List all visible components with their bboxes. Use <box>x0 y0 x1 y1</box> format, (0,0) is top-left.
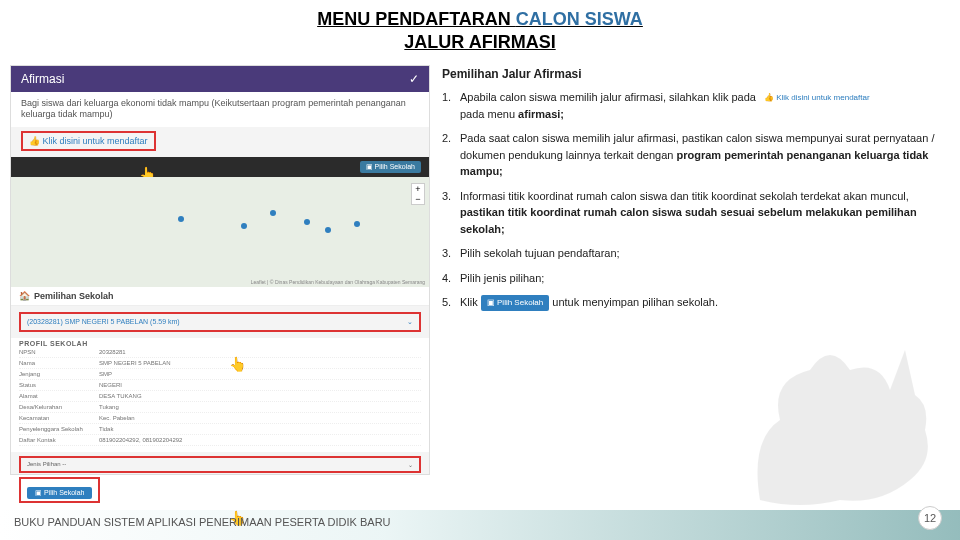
map[interactable]: +− Leaflet | © Dinas Pendidikan Kebudaya… <box>11 177 429 287</box>
toolbar: ▣ Pilih Sekolah <box>11 157 429 177</box>
map-marker[interactable] <box>354 221 360 227</box>
page-title: MENU PENDAFTARAN CALON SISWA JALUR AFIRM… <box>0 8 960 55</box>
instruction-step: 3. Pilih sekolah tujuan pendaftaran; <box>442 245 950 262</box>
page-number: 12 <box>918 506 942 530</box>
school-option[interactable]: (20328281) SMP NEGERI 5 PABELAN (5.59 km… <box>19 312 421 332</box>
instructions: Pemilihan Jalur Afirmasi 1. Apabila calo… <box>442 65 950 475</box>
table-row: Daftar Kontak081902204292, 081902204292 <box>19 435 421 446</box>
chevron-down-icon: ⌄ <box>408 461 413 468</box>
table-row: Desa/KelurahanTukang <box>19 402 421 413</box>
profile-header: PROFIL SEKOLAH <box>19 340 421 347</box>
instruction-step: 3. Informasi titik koordinat rumah calon… <box>442 188 950 238</box>
afirmasi-title: Afirmasi <box>21 72 64 86</box>
pilih-sekolah-button[interactable]: ▣ Pilih Sekolah <box>27 487 92 499</box>
content-area: Afirmasi ✓ Bagi siswa dari keluarga ekon… <box>0 65 960 475</box>
check-icon: ✓ <box>409 72 419 86</box>
afirmasi-header: Afirmasi ✓ <box>11 66 429 92</box>
table-row: NamaSMP NEGERI 5 PABELAN <box>19 358 421 369</box>
instructions-header: Pemilihan Jalur Afirmasi <box>442 65 950 83</box>
map-marker[interactable] <box>270 210 276 216</box>
jenis-pilihan-select[interactable]: Jenis Pilihan --⌄ <box>19 456 421 473</box>
app-screenshot: Afirmasi ✓ Bagi siswa dari keluarga ekon… <box>10 65 430 475</box>
pilih-sekolah-inline-button: ▣ Pilih Sekolah <box>481 295 549 311</box>
footer: BUKU PANDUAN SISTEM APLIKASI PENERIMAAN … <box>0 504 960 540</box>
profile-panel: PROFIL SEKOLAH NPSN20328281 NamaSMP NEGE… <box>11 338 429 452</box>
register-link[interactable]: 👍 Klik disini untuk mendaftar <box>21 131 156 151</box>
map-credit: Leaflet | © Dinas Pendidikan Kebudayaan … <box>251 279 425 285</box>
table-row: Penyelenggara SekolahTidak <box>19 424 421 435</box>
zoom-controls[interactable]: +− <box>411 183 425 205</box>
instruction-step: 1. Apabila calon siswa memilih jalur afi… <box>442 89 950 123</box>
cursor-icon: 👆 <box>229 356 246 372</box>
instruction-step: 4. Pilih jenis pilihan; <box>442 270 950 287</box>
table-row: StatusNEGERI <box>19 380 421 391</box>
pilih-sekolah-button-highlight: ▣ Pilih Sekolah <box>19 477 100 503</box>
chevron-down-icon: ⌄ <box>407 318 413 326</box>
home-icon: 🏠 <box>19 291 30 301</box>
table-row: JenjangSMP <box>19 369 421 380</box>
pemilihan-sekolah-header: 🏠Pemilihan Sekolah <box>11 287 429 306</box>
afirmasi-desc: Bagi siswa dari keluarga ekonomi tidak m… <box>11 92 429 127</box>
instruction-step: 2. Pada saat calon siswa memilih jalur a… <box>442 130 950 180</box>
instruction-step: 5. Klik ▣ Pilih Sekolah untuk menyimpan … <box>442 294 950 311</box>
map-marker[interactable] <box>241 223 247 229</box>
map-marker[interactable] <box>304 219 310 225</box>
pilih-sekolah-top-button[interactable]: ▣ Pilih Sekolah <box>360 161 421 173</box>
footer-text: BUKU PANDUAN SISTEM APLIKASI PENERIMAAN … <box>0 516 391 528</box>
map-marker[interactable] <box>178 216 184 222</box>
table-row: NPSN20328281 <box>19 347 421 358</box>
map-marker[interactable] <box>325 227 331 233</box>
thumbs-up-icon: 👍 <box>29 136 40 146</box>
register-link-inline: 👍 Klik disini untuk mendaftar <box>759 90 875 106</box>
table-row: KecamatanKec. Pabelan <box>19 413 421 424</box>
table-row: AlamatDESA TUKANG <box>19 391 421 402</box>
